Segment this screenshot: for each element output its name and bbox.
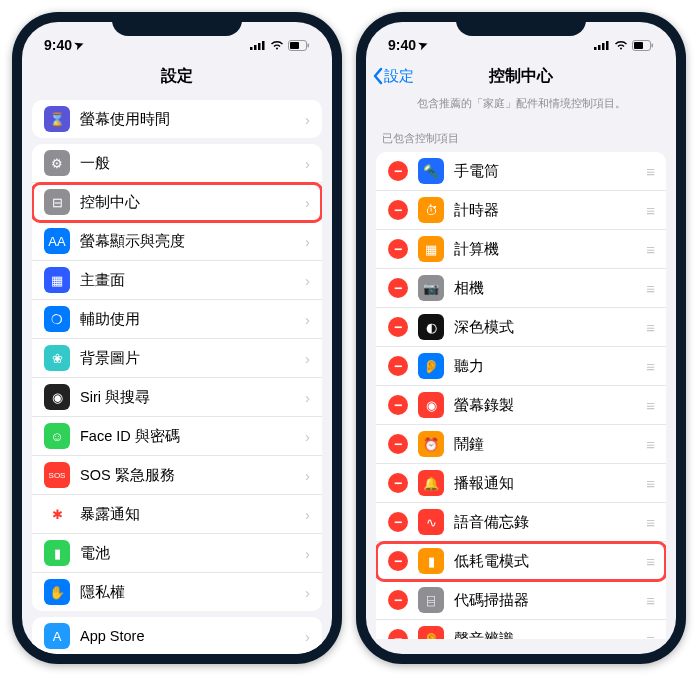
control-icon: ◉ <box>418 392 444 418</box>
control-item-row[interactable]: −∿語音備忘錄≡ <box>376 503 666 542</box>
drag-handle-icon[interactable]: ≡ <box>646 358 654 375</box>
drag-handle-icon[interactable]: ≡ <box>646 163 654 180</box>
row-label: 語音備忘錄 <box>454 513 646 532</box>
drag-handle-icon[interactable]: ≡ <box>646 631 654 640</box>
settings-row[interactable]: ✋隱私權› <box>32 573 322 611</box>
app-icon: AA <box>44 228 70 254</box>
drag-handle-icon[interactable]: ≡ <box>646 202 654 219</box>
control-item-row[interactable]: −🔦手電筒≡ <box>376 152 666 191</box>
chevron-right-icon: › <box>305 584 310 601</box>
row-label: 螢幕使用時間 <box>80 110 305 129</box>
chevron-right-icon: › <box>305 389 310 406</box>
remove-button[interactable]: − <box>388 590 408 610</box>
phone-right: 9:40 ➤ 設定 控制中心 包含推薦的「家庭」配件和情 <box>356 12 686 664</box>
svg-rect-9 <box>602 43 605 50</box>
chevron-right-icon: › <box>305 428 310 445</box>
chevron-right-icon: › <box>305 506 310 523</box>
row-label: Face ID 與密碼 <box>80 427 305 446</box>
app-icon: SOS <box>44 462 70 488</box>
drag-handle-icon[interactable]: ≡ <box>646 475 654 492</box>
settings-row[interactable]: ▮電池› <box>32 534 322 573</box>
control-item-row[interactable]: −🔔播報通知≡ <box>376 464 666 503</box>
control-icon: 👂 <box>418 353 444 379</box>
signal-icon <box>250 40 266 50</box>
settings-row[interactable]: AApp Store› <box>32 617 322 654</box>
remove-button[interactable]: − <box>388 629 408 639</box>
row-label: 輔助使用 <box>80 310 305 329</box>
drag-handle-icon[interactable]: ≡ <box>646 241 654 258</box>
remove-button[interactable]: − <box>388 356 408 376</box>
battery-icon <box>632 40 654 51</box>
back-button[interactable]: 設定 <box>372 67 414 86</box>
chevron-right-icon: › <box>305 272 310 289</box>
control-item-row[interactable]: −◉螢幕錄製≡ <box>376 386 666 425</box>
drag-handle-icon[interactable]: ≡ <box>646 397 654 414</box>
control-icon: ▮ <box>418 548 444 574</box>
phone-left: 9:40 ➤ 設定 ⌛螢幕使用時間› ⚙一般›⊟控制中心›AA螢幕顯示與亮度›▦… <box>12 12 342 664</box>
drag-handle-icon[interactable]: ≡ <box>646 280 654 297</box>
settings-row[interactable]: ⚙一般› <box>32 144 322 183</box>
control-item-row[interactable]: −👂聲音辨識≡ <box>376 620 666 639</box>
drag-handle-icon[interactable]: ≡ <box>646 436 654 453</box>
drag-handle-icon[interactable]: ≡ <box>646 553 654 570</box>
page-title: 設定 <box>161 66 193 87</box>
chevron-right-icon: › <box>305 545 310 562</box>
row-label: 相機 <box>454 279 646 298</box>
control-icon: ⏱ <box>418 197 444 223</box>
settings-row[interactable]: ✱暴露通知› <box>32 495 322 534</box>
settings-row[interactable]: ❀背景圖片› <box>32 339 322 378</box>
row-label: 主畫面 <box>80 271 305 290</box>
settings-row[interactable]: ⌛螢幕使用時間› <box>32 100 322 138</box>
control-item-row[interactable]: −▮低耗電模式≡ <box>376 542 666 581</box>
control-item-row[interactable]: −⏱計時器≡ <box>376 191 666 230</box>
settings-row[interactable]: ❍輔助使用› <box>32 300 322 339</box>
row-label: 螢幕錄製 <box>454 396 646 415</box>
svg-rect-10 <box>606 41 609 50</box>
svg-rect-3 <box>262 41 265 50</box>
remove-button[interactable]: − <box>388 434 408 454</box>
remove-button[interactable]: − <box>388 473 408 493</box>
chevron-right-icon: › <box>305 233 310 250</box>
settings-row[interactable]: ▦主畫面› <box>32 261 322 300</box>
control-item-row[interactable]: −⏰鬧鐘≡ <box>376 425 666 464</box>
settings-row[interactable]: ◉Siri 與搜尋› <box>32 378 322 417</box>
control-item-row[interactable]: −◐深色模式≡ <box>376 308 666 347</box>
drag-handle-icon[interactable]: ≡ <box>646 592 654 609</box>
chevron-right-icon: › <box>305 111 310 128</box>
row-label: 隱私權 <box>80 583 305 602</box>
app-icon: A <box>44 623 70 649</box>
remove-button[interactable]: − <box>388 317 408 337</box>
status-time: 9:40 <box>44 37 72 53</box>
row-label: 暴露通知 <box>80 505 305 524</box>
app-icon: ❀ <box>44 345 70 371</box>
remove-button[interactable]: − <box>388 551 408 571</box>
remove-button[interactable]: − <box>388 512 408 532</box>
app-icon: ⊟ <box>44 189 70 215</box>
row-label: 計算機 <box>454 240 646 259</box>
battery-icon <box>288 40 310 51</box>
svg-rect-2 <box>258 43 261 50</box>
remove-button[interactable]: − <box>388 161 408 181</box>
control-item-row[interactable]: −▦計算機≡ <box>376 230 666 269</box>
row-label: 背景圖片 <box>80 349 305 368</box>
control-icon: ⏰ <box>418 431 444 457</box>
control-item-row[interactable]: −⌸代碼掃描器≡ <box>376 581 666 620</box>
app-icon: ◉ <box>44 384 70 410</box>
settings-row[interactable]: ⊟控制中心› <box>32 183 322 222</box>
settings-row[interactable]: ☺Face ID 與密碼› <box>32 417 322 456</box>
control-icon: ⌸ <box>418 587 444 613</box>
control-center-list[interactable]: 已包含控制項目 −🔦手電筒≡−⏱計時器≡−▦計算機≡−📷相機≡−◐深色模式≡−👂… <box>366 119 676 639</box>
remove-button[interactable]: − <box>388 200 408 220</box>
remove-button[interactable]: − <box>388 395 408 415</box>
remove-button[interactable]: − <box>388 278 408 298</box>
control-item-row[interactable]: −📷相機≡ <box>376 269 666 308</box>
settings-row[interactable]: AA螢幕顯示與亮度› <box>32 222 322 261</box>
drag-handle-icon[interactable]: ≡ <box>646 319 654 336</box>
control-icon: ◐ <box>418 314 444 340</box>
settings-list[interactable]: ⌛螢幕使用時間› ⚙一般›⊟控制中心›AA螢幕顯示與亮度›▦主畫面›❍輔助使用›… <box>22 94 332 654</box>
drag-handle-icon[interactable]: ≡ <box>646 514 654 531</box>
control-item-row[interactable]: −👂聽力≡ <box>376 347 666 386</box>
chevron-right-icon: › <box>305 467 310 484</box>
settings-row[interactable]: SOSSOS 緊急服務› <box>32 456 322 495</box>
remove-button[interactable]: − <box>388 239 408 259</box>
